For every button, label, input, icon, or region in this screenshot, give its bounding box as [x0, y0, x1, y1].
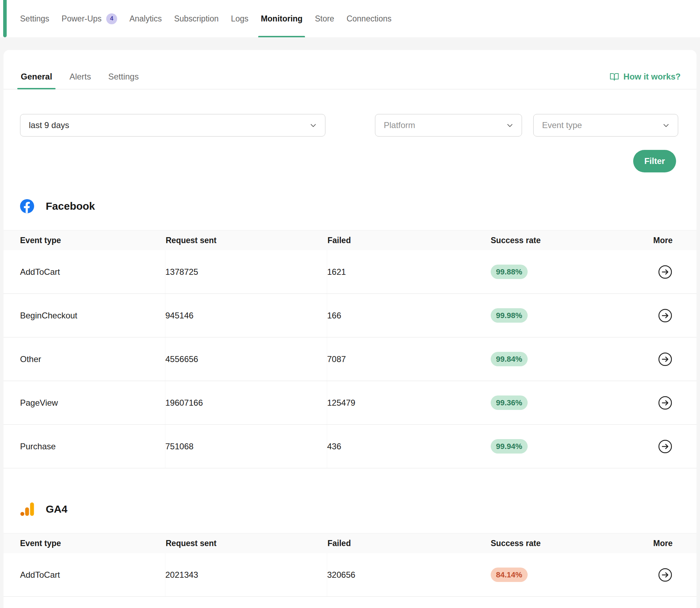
- subtab-general[interactable]: General: [20, 72, 53, 89]
- nav-tab-label: Store: [315, 14, 334, 24]
- cell-event-type: BeginCheckout: [20, 311, 165, 321]
- event-type-select[interactable]: Event type: [533, 114, 678, 137]
- cell-more: [658, 395, 673, 410]
- date-range-select[interactable]: last 9 days: [20, 114, 325, 137]
- success-rate-badge: 99.84%: [491, 352, 528, 366]
- cell-failed: 320656: [327, 553, 491, 596]
- cell-failed: 7087: [327, 337, 491, 381]
- platform-section-ga4: GA4 Event typeRequest sentFailedSuccess …: [4, 502, 696, 597]
- subtabs: GeneralAlertsSettings: [20, 72, 139, 89]
- cell-event-type: Purchase: [20, 442, 165, 451]
- arrow-right-circle-icon: [658, 352, 673, 367]
- nav-tab-logs[interactable]: Logs: [231, 0, 249, 37]
- cell-failed: 166: [327, 294, 491, 337]
- nav-tab-analytics[interactable]: Analytics: [129, 0, 162, 37]
- nav-tab-label: Settings: [20, 14, 49, 24]
- date-range-value: last 9 days: [29, 120, 69, 130]
- nav-tab-label: Analytics: [129, 14, 162, 24]
- nav-tab-subscription[interactable]: Subscription: [174, 0, 219, 37]
- nav-tab-monitoring[interactable]: Monitoring: [261, 0, 303, 37]
- cell-success-rate: 84.14%: [491, 568, 653, 582]
- arrow-right-circle-icon: [658, 568, 673, 582]
- nav-tab-label: Logs: [231, 14, 249, 24]
- nav-tab-label: Subscription: [174, 14, 219, 24]
- chevron-down-icon: [506, 121, 514, 129]
- cell-request-sent: 751068: [165, 425, 327, 468]
- cell-success-rate: 99.98%: [491, 308, 653, 323]
- nav-tab-settings[interactable]: Settings: [20, 0, 49, 37]
- row-details-arrow-button[interactable]: [658, 265, 673, 279]
- cell-event-type: AddToCart: [20, 267, 165, 277]
- cell-more: [658, 308, 673, 323]
- how-it-works-label: How it works?: [623, 72, 681, 82]
- subtab-settings[interactable]: Settings: [108, 72, 140, 89]
- column-header-more: More: [653, 236, 673, 245]
- row-details-arrow-button[interactable]: [658, 395, 673, 410]
- table-body: AddToCart 2021343 320656 84.14%: [4, 553, 696, 597]
- row-details-arrow-button[interactable]: [658, 568, 673, 582]
- row-details-arrow-button[interactable]: [658, 352, 673, 367]
- cell-failed: 436: [327, 425, 491, 468]
- column-header-failed: Failed: [327, 230, 491, 250]
- column-header-success-rate: Success rate: [491, 539, 653, 548]
- chevron-down-icon: [662, 121, 670, 129]
- cell-success-rate: 99.94%: [491, 439, 653, 454]
- arrow-right-circle-icon: [658, 439, 673, 454]
- column-header-request-sent: Request sent: [165, 230, 327, 250]
- table-header-row: Event typeRequest sentFailedSuccess rate…: [4, 533, 696, 553]
- cell-request-sent: 945146: [165, 294, 327, 337]
- table-body: AddToCart 1378725 1621 99.88% BeginCheck…: [4, 250, 696, 468]
- book-icon: [610, 72, 619, 82]
- column-header-failed: Failed: [327, 533, 491, 553]
- nav-tab-power-ups[interactable]: Power-Ups4: [62, 0, 117, 37]
- facebook-icon: [20, 199, 34, 213]
- arrow-right-circle-icon: [658, 265, 673, 279]
- cell-success-rate: 99.84%: [491, 352, 653, 366]
- cell-more: [658, 352, 673, 367]
- platform-select[interactable]: Platform: [375, 114, 522, 137]
- table-row: AddToCart 1378725 1621 99.88%: [4, 250, 696, 294]
- cell-event-type: PageView: [20, 398, 165, 408]
- cell-more: [658, 265, 673, 279]
- nav-tab-connections[interactable]: Connections: [346, 0, 392, 37]
- table-row: Other 4556656 7087 99.84%: [4, 337, 696, 381]
- event-type-select-placeholder: Event type: [542, 120, 582, 130]
- nav-tab-label: Connections: [346, 14, 392, 24]
- section-header: Facebook: [4, 199, 696, 213]
- cell-success-rate: 99.88%: [491, 265, 653, 279]
- chevron-down-icon: [309, 121, 317, 129]
- platform-section-facebook: Facebook Event typeRequest sentFailedSuc…: [4, 199, 696, 468]
- nav-tab-label: Power-Ups: [62, 14, 102, 24]
- top-nav-bar: SettingsPower-Ups4AnalyticsSubscriptionL…: [0, 0, 700, 37]
- power-ups-count-badge: 4: [106, 13, 117, 24]
- main-nav: SettingsPower-Ups4AnalyticsSubscriptionL…: [20, 0, 392, 37]
- section-header: GA4: [4, 502, 696, 516]
- nav-tab-store[interactable]: Store: [315, 0, 334, 37]
- row-details-arrow-button[interactable]: [658, 308, 673, 323]
- filter-button[interactable]: Filter: [633, 150, 676, 172]
- left-accent-bar: [3, 0, 7, 37]
- events-table: Event typeRequest sentFailedSuccess rate…: [4, 533, 696, 597]
- cell-request-sent: 1378725: [165, 250, 327, 293]
- subtab-alerts[interactable]: Alerts: [69, 72, 91, 89]
- cell-failed: 1621: [327, 250, 491, 293]
- sections: Facebook Event typeRequest sentFailedSuc…: [4, 199, 696, 597]
- arrow-right-circle-icon: [658, 308, 673, 323]
- facebook-logo-icon: [20, 199, 34, 213]
- platform-select-placeholder: Platform: [384, 120, 415, 130]
- section-title: GA4: [46, 503, 68, 515]
- main-panel: GeneralAlertsSettings How it works? last…: [4, 50, 696, 608]
- success-rate-badge: 99.98%: [491, 308, 528, 323]
- cell-failed: 125479: [327, 381, 491, 424]
- column-header-success-rate: Success rate: [491, 236, 653, 245]
- row-details-arrow-button[interactable]: [658, 439, 673, 454]
- subtab-row: GeneralAlertsSettings How it works?: [4, 72, 696, 89]
- cell-more: [658, 439, 673, 454]
- how-it-works-link[interactable]: How it works?: [610, 72, 681, 89]
- ga4-logo-icon: [20, 502, 34, 516]
- cell-success-rate: 99.36%: [491, 395, 653, 410]
- cell-event-type: AddToCart: [20, 570, 165, 580]
- events-table: Event typeRequest sentFailedSuccess rate…: [4, 230, 696, 468]
- column-header-more: More: [653, 539, 673, 548]
- cell-event-type: Other: [20, 354, 165, 364]
